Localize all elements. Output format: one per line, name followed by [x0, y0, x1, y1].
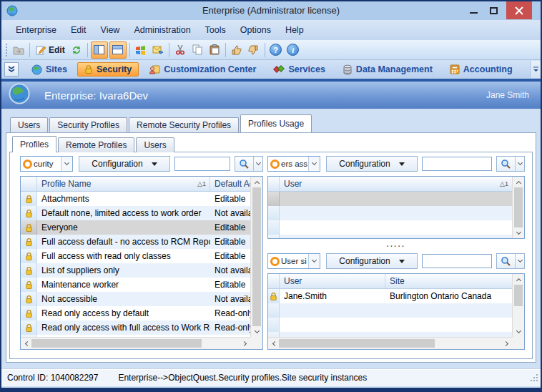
edit-button[interactable]: Edit — [32, 44, 68, 56]
table-row[interactable]: Read only access with full access to Wor… — [21, 320, 250, 335]
filter-search-input[interactable] — [422, 254, 492, 268]
scrollbar-thumb[interactable] — [514, 187, 523, 227]
table-row[interactable]: Default none, limited access to work ord… — [21, 206, 250, 220]
search-options-arrow[interactable] — [253, 157, 262, 171]
close-button[interactable] — [506, 1, 532, 19]
table-row[interactable] — [268, 220, 512, 235]
nav-item-accounting[interactable]: Accounting — [443, 62, 520, 77]
combobox-arrow[interactable] — [308, 157, 320, 171]
nav-item-security[interactable]: Security — [77, 62, 139, 77]
table-row[interactable]: Not accessibleNot available — [21, 292, 250, 306]
scroll-right-button[interactable] — [501, 338, 512, 349]
table-row[interactable]: Maintenance workerEditable — [21, 278, 250, 292]
scroll-left-button[interactable] — [21, 338, 31, 349]
nav-item-sites[interactable]: Sites — [24, 62, 74, 77]
table-row[interactable]: Full access with read only classesEditab… — [21, 249, 250, 263]
nav-collapse-button[interactable] — [4, 62, 19, 77]
search-button[interactable] — [496, 253, 525, 269]
scope-combobox[interactable]: User si — [267, 253, 320, 269]
back-folder-button[interactable] — [10, 41, 27, 59]
scroll-up-button[interactable] — [513, 274, 524, 285]
tab-remote-security-profiles[interactable]: Remote Security Profiles — [129, 117, 239, 132]
tab-security-profiles[interactable]: Security Profiles — [49, 117, 127, 132]
configuration-dropdown[interactable]: Configuration — [79, 156, 170, 172]
table-row[interactable] — [268, 192, 512, 206]
info-button[interactable]: i — [285, 41, 302, 59]
cut-button[interactable] — [172, 41, 189, 59]
vertical-scrollbar[interactable] — [512, 177, 524, 238]
filter-search-input[interactable] — [174, 157, 230, 171]
tab-profiles[interactable]: Profiles — [12, 136, 56, 152]
maximize-button[interactable] — [490, 7, 498, 14]
horizontal-scrollbar[interactable] — [21, 337, 250, 349]
table-row[interactable]: AttachmentsEditable — [21, 192, 250, 206]
scroll-down-button[interactable] — [513, 227, 524, 238]
scroll-down-button[interactable] — [251, 326, 262, 337]
menu-edit[interactable]: Edit — [64, 22, 94, 38]
paste-button[interactable] — [206, 41, 223, 59]
user-column-header[interactable]: User △1 — [280, 177, 512, 191]
panel-splitter[interactable]: ····· — [267, 242, 525, 251]
table-row[interactable]: Read only access by defaultRead-only — [21, 306, 250, 320]
scroll-left-button[interactable] — [268, 338, 279, 349]
layout-horizontal-button[interactable] — [109, 41, 127, 59]
table-row[interactable] — [268, 332, 512, 337]
refresh-button[interactable] — [68, 41, 85, 59]
nav-overflow-button[interactable] — [530, 61, 541, 78]
approve-button[interactable] — [228, 41, 245, 59]
windows-button[interactable] — [132, 41, 149, 59]
scroll-right-button[interactable] — [240, 338, 250, 349]
vertical-scrollbar[interactable] — [512, 274, 524, 337]
default-access-column-header[interactable]: Default Access — [210, 177, 250, 191]
combobox-arrow[interactable] — [308, 254, 320, 268]
table-row[interactable] — [268, 206, 512, 220]
profile-name-column-header[interactable]: Profile Name △1 — [37, 177, 210, 191]
menu-enterprise[interactable]: Enterprise — [9, 22, 64, 38]
menu-options[interactable]: Options — [233, 22, 278, 38]
table-row[interactable]: Full access default - no access to RCM R… — [21, 235, 250, 249]
nav-item-data-management[interactable]: Data Management — [335, 62, 440, 77]
layout-vertical-button[interactable] — [91, 41, 108, 59]
horizontal-scrollbar[interactable] — [268, 337, 512, 349]
table-row[interactable] — [268, 235, 512, 238]
filter-search-input[interactable] — [422, 157, 492, 171]
combobox-arrow[interactable] — [61, 157, 72, 171]
menu-administration[interactable]: Administration — [127, 22, 197, 38]
user-column-header[interactable]: User — [280, 274, 385, 288]
site-column-header[interactable]: Site — [385, 274, 512, 288]
search-options-arrow[interactable] — [515, 254, 524, 268]
scrollbar-thumb[interactable] — [514, 285, 523, 306]
help-button[interactable]: ? — [267, 41, 285, 59]
table-row[interactable] — [268, 303, 512, 318]
search-options-arrow[interactable] — [515, 157, 524, 171]
tab-users-inner[interactable]: Users — [136, 137, 174, 152]
scroll-down-button[interactable] — [513, 326, 524, 337]
scrollbar-thumb[interactable] — [252, 187, 261, 326]
copy-button[interactable] — [189, 41, 206, 59]
resize-grip[interactable] — [531, 374, 538, 384]
minimize-button[interactable] — [470, 12, 478, 14]
nav-item-services[interactable]: Services — [266, 62, 332, 77]
vertical-scrollbar[interactable] — [250, 177, 262, 337]
menu-view[interactable]: View — [94, 22, 127, 38]
tab-remote-profiles[interactable]: Remote Profiles — [58, 137, 134, 152]
configuration-dropdown[interactable]: Configuration — [326, 253, 418, 269]
title-bar[interactable]: Enterprise (Administrator license) — [1, 1, 541, 20]
tab-users[interactable]: Users — [10, 117, 48, 132]
menu-help[interactable]: Help — [278, 22, 311, 38]
tab-profiles-usage[interactable]: Profiles Usage — [240, 114, 312, 132]
table-row[interactable]: EveryoneEditable — [21, 220, 250, 235]
configuration-dropdown[interactable]: Configuration — [326, 156, 418, 172]
scroll-up-button[interactable] — [251, 177, 262, 187]
table-row[interactable] — [268, 318, 512, 332]
send-button[interactable] — [149, 41, 167, 59]
scope-combobox[interactable]: ers ass — [267, 156, 320, 172]
scroll-up-button[interactable] — [513, 177, 524, 187]
scrollbar-thumb[interactable] — [31, 339, 202, 348]
scrollbar-thumb[interactable] — [279, 339, 435, 348]
search-button[interactable] — [496, 156, 525, 172]
scope-combobox[interactable]: curity — [20, 156, 73, 172]
search-button[interactable] — [235, 156, 263, 172]
menu-tools[interactable]: Tools — [198, 22, 233, 38]
nav-item-customization-center[interactable]: Customization Center — [142, 62, 263, 77]
